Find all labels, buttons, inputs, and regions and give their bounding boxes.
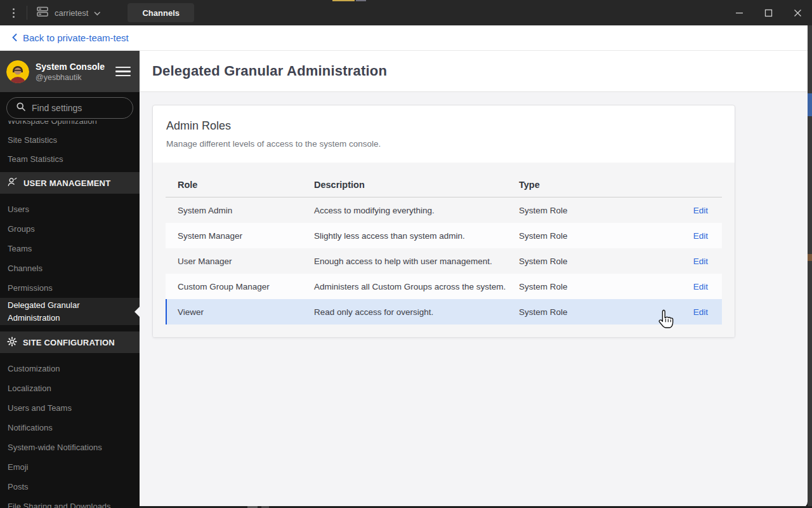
- edit-link[interactable]: Edit: [693, 307, 708, 317]
- cell-role: Viewer: [178, 307, 314, 317]
- sidebar-nav: Workspace Optimization Site Statistics T…: [0, 112, 140, 508]
- sidebar-item-localization[interactable]: Localization: [0, 378, 140, 398]
- sidebar-item-delegated-granular-administration[interactable]: Delegated Granular Administration: [0, 298, 140, 325]
- cell-description: Enough access to help with user manageme…: [314, 257, 519, 266]
- cell-role: System Manager: [178, 231, 314, 241]
- cell-type: System Role: [519, 206, 671, 215]
- cell-role: User Manager: [178, 257, 314, 266]
- page-header: Delegated Granular Administration: [140, 51, 808, 92]
- app-window: carrietest Channels Back to private-team…: [0, 0, 812, 508]
- table-header-row: Role Description Type: [166, 163, 722, 197]
- column-header-description: Description: [314, 180, 519, 190]
- screen-edge-artifact: [332, 0, 355, 1]
- window-controls: [724, 0, 812, 25]
- kebab-menu-icon[interactable]: [0, 0, 27, 25]
- sidebar-item-emoji[interactable]: Emoji: [0, 457, 140, 477]
- search-input[interactable]: [32, 103, 121, 113]
- sidebar-item-posts[interactable]: Posts: [0, 477, 140, 497]
- sidebar-item-users[interactable]: Users: [0, 199, 140, 219]
- close-icon: [794, 9, 802, 17]
- column-header-type: Type: [519, 180, 671, 190]
- sidebar-item-users-and-teams[interactable]: Users and Teams: [0, 398, 140, 418]
- table-row[interactable]: User Manager Enough access to help with …: [166, 248, 722, 274]
- minimize-button[interactable]: [724, 0, 754, 25]
- main-area: Delegated Granular Administration Admin …: [140, 51, 808, 508]
- back-bar: Back to private-team-test: [0, 25, 808, 51]
- sidebar-item-team-statistics[interactable]: Team Statistics: [0, 150, 140, 169]
- scrollbar[interactable]: [808, 25, 812, 508]
- sidebar-item-channels[interactable]: Channels: [0, 258, 140, 278]
- back-chevron-icon: [12, 32, 17, 44]
- section-header-user-management: USER MANAGEMENT: [0, 172, 140, 194]
- edit-link[interactable]: Edit: [693, 231, 708, 241]
- search-icon: [16, 102, 26, 114]
- admin-roles-table: Role Description Type System Admin Acces…: [153, 163, 735, 337]
- sidebar-search-area: [0, 92, 140, 121]
- card-header: Admin Roles Manage different levels of a…: [153, 105, 735, 163]
- user-icon: [7, 177, 18, 189]
- sidebar-header-text: System Console @yesbhautik: [36, 61, 115, 83]
- sidebar-item-groups[interactable]: Groups: [0, 219, 140, 239]
- cell-role: System Admin: [178, 206, 314, 215]
- cell-type: System Role: [519, 231, 671, 241]
- server-icon: [36, 6, 49, 19]
- admin-roles-card: Admin Roles Manage different levels of a…: [152, 105, 735, 338]
- sidebar-header: System Console @yesbhautik: [0, 51, 140, 92]
- chevron-down-icon: [94, 8, 101, 18]
- table-row[interactable]: System Admin Access to modifying everyth…: [166, 197, 722, 223]
- sidebar-title: System Console: [36, 61, 115, 72]
- page-title: Delegated Granular Administration: [152, 63, 387, 79]
- edit-link[interactable]: Edit: [693, 257, 708, 266]
- close-button[interactable]: [783, 0, 812, 25]
- sidebar-item-teams[interactable]: Teams: [0, 239, 140, 258]
- tab-channels[interactable]: Channels: [128, 3, 194, 22]
- sidebar-item-system-wide-notifications[interactable]: System-wide Notifications: [0, 438, 140, 457]
- screen-edge-artifact: [356, 0, 366, 1]
- card-description: Manage different levels of access to the…: [166, 139, 722, 149]
- minimize-icon: [735, 9, 743, 17]
- server-selector[interactable]: carrietest: [27, 0, 111, 25]
- sidebar-item-permissions[interactable]: Permissions: [0, 278, 140, 298]
- scrollbar-marker: [808, 254, 812, 261]
- sidebar-item-customization[interactable]: Customization: [0, 359, 140, 378]
- avatar[interactable]: [6, 60, 29, 83]
- maximize-button[interactable]: [754, 0, 783, 25]
- titlebar: carrietest Channels: [0, 0, 812, 25]
- sidebar-username: @yesbhautik: [36, 72, 115, 83]
- table-row[interactable]: System Manager Slightly less access than…: [166, 223, 722, 248]
- gear-icon: [7, 337, 17, 349]
- column-header-role: Role: [178, 180, 314, 190]
- card-title: Admin Roles: [166, 119, 722, 133]
- server-name: carrietest: [55, 8, 88, 18]
- cell-description: Read only access for oversight.: [314, 307, 519, 317]
- sidebar-item-site-statistics[interactable]: Site Statistics: [0, 131, 140, 150]
- edit-link[interactable]: Edit: [693, 282, 708, 291]
- section-header-site-configuration: SITE CONFIGURATION: [0, 331, 140, 353]
- sidebar-item-notifications[interactable]: Notifications: [0, 418, 140, 438]
- cell-description: Slightly less access than system admin.: [314, 231, 519, 241]
- hamburger-menu-icon[interactable]: [115, 64, 131, 79]
- cell-type: System Role: [519, 282, 671, 291]
- sidebar-item-file-sharing-and-downloads[interactable]: File Sharing and Downloads: [0, 497, 140, 508]
- cell-description: Administers all Custom Groups across the…: [314, 282, 519, 291]
- group-user-management: Users Groups Teams Channels Permissions …: [0, 194, 140, 325]
- back-link[interactable]: Back to private-team-test: [23, 32, 129, 43]
- content-area: Admin Roles Manage different levels of a…: [140, 92, 808, 508]
- search-box[interactable]: [6, 97, 133, 119]
- cell-role: Custom Group Manager: [178, 282, 314, 291]
- maximize-icon: [764, 9, 773, 17]
- section-header-label: USER MANAGEMENT: [23, 178, 110, 188]
- system-console-sidebar: System Console @yesbhautik Workspace Opt…: [0, 51, 140, 508]
- cell-description: Access to modifying everything.: [314, 206, 519, 215]
- group-site-configuration: Customization Localization Users and Tea…: [0, 353, 140, 508]
- table-row-highlighted[interactable]: Viewer Read only access for oversight. S…: [166, 299, 722, 324]
- table-row[interactable]: Custom Group Manager Administers all Cus…: [166, 274, 722, 299]
- cell-type: System Role: [519, 257, 671, 266]
- cell-type: System Role: [519, 307, 671, 317]
- section-header-label: SITE CONFIGURATION: [23, 338, 115, 347]
- scrollbar-thumb[interactable]: [808, 93, 812, 116]
- edit-link[interactable]: Edit: [693, 206, 708, 215]
